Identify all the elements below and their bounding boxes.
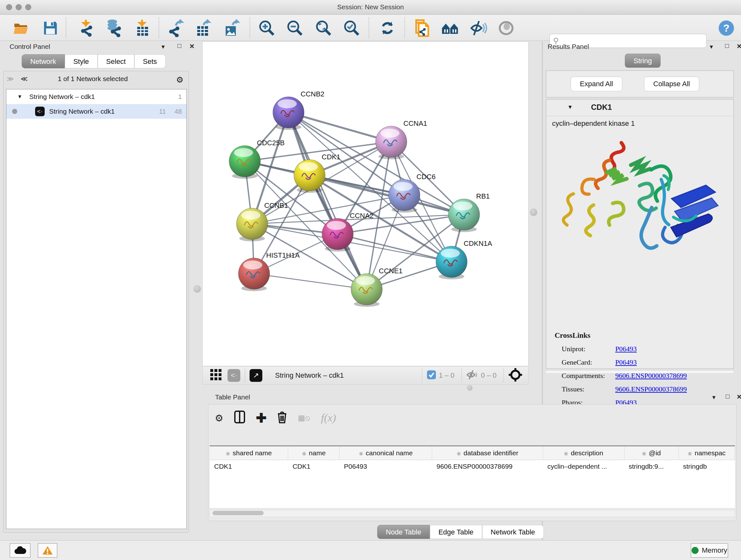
table-cell[interactable]: CDK1 xyxy=(210,460,288,473)
network-node-rb1[interactable]: RB1 xyxy=(448,192,490,232)
save-session-icon[interactable] xyxy=(42,19,59,37)
network-node-ccnb2[interactable]: CCNB2 xyxy=(273,90,325,130)
cloud-button[interactable] xyxy=(10,543,30,558)
memory-button[interactable]: Memory xyxy=(690,543,728,558)
help-icon[interactable]: ? xyxy=(718,19,735,37)
tab-network[interactable]: Network xyxy=(22,54,65,68)
collapse-all-icon[interactable]: ≫ xyxy=(7,75,14,82)
string-import-icon[interactable] xyxy=(413,19,431,37)
table-panel-close-icon[interactable]: ✕ xyxy=(737,393,741,401)
network-node-ccna1[interactable]: CCNA1 xyxy=(376,119,427,159)
results-scroll-strip[interactable] xyxy=(546,370,734,374)
zoom-selected-icon[interactable] xyxy=(343,19,360,37)
import-network-icon[interactable] xyxy=(77,19,95,37)
tab-edge-table[interactable]: Edge Table xyxy=(430,525,482,539)
show-columns-icon[interactable] xyxy=(234,411,245,426)
grid-view-icon[interactable] xyxy=(210,369,222,382)
control-panel-tabs: NetworkStyleSelectSets xyxy=(22,54,165,68)
show-graphics-details-icon[interactable] xyxy=(497,19,515,37)
column-type-icon: ⎈ xyxy=(226,450,230,456)
node-label: CDK1 xyxy=(322,153,340,161)
table-cell[interactable]: stringdb xyxy=(678,460,735,473)
add-column-icon[interactable]: ✚ xyxy=(256,411,267,425)
function-builder-icon: f(x) xyxy=(321,412,336,424)
zoom-out-icon[interactable] xyxy=(286,19,304,37)
detach-view-icon[interactable]: ↗ xyxy=(250,369,262,382)
birdseye-toggle-icon[interactable] xyxy=(509,368,522,383)
network-edge[interactable] xyxy=(254,273,367,289)
control-panel-float-icon[interactable]: ▾ xyxy=(161,43,165,51)
warning-button[interactable] xyxy=(38,543,57,558)
results-panel-maximize-icon[interactable]: □ xyxy=(725,42,729,50)
column-header-name[interactable]: ⎈name xyxy=(288,446,340,460)
network-collection-row[interactable]: ▼ String Network – cdk1 1 xyxy=(6,89,186,104)
export-network-icon[interactable] xyxy=(167,19,185,37)
string-protein-query-icon[interactable] xyxy=(441,19,459,37)
bottom-splitter-grip[interactable] xyxy=(467,385,473,391)
import-network-from-database-icon[interactable] xyxy=(105,19,122,37)
import-table-icon[interactable] xyxy=(134,19,151,37)
tree-expander-icon[interactable]: ▼ xyxy=(17,94,22,100)
genecard-link[interactable]: P06493 xyxy=(615,358,636,367)
expand-all-button[interactable]: Expand All xyxy=(570,77,622,91)
table-hscroll-thumb[interactable] xyxy=(212,511,264,515)
status-bar: Memory xyxy=(0,540,741,560)
hidden-eye-icon[interactable] xyxy=(466,370,478,381)
table-cell[interactable]: stringdb:9... xyxy=(624,460,678,473)
refresh-icon[interactable] xyxy=(379,19,396,37)
zoom-in-icon[interactable] xyxy=(258,19,276,37)
network-row[interactable]: <· String Network – cdk1 11 48 xyxy=(6,104,186,119)
network-node-ccnb1[interactable]: CCNB1 xyxy=(237,201,288,241)
table-panel-maximize-icon[interactable]: □ xyxy=(726,393,730,400)
collapse-all-button[interactable]: Collapse All xyxy=(644,77,699,91)
table-cell[interactable]: 9606.ENSP00000378699 xyxy=(432,460,543,473)
network-node-cdkn1a[interactable]: CDKN1A xyxy=(436,240,492,279)
table-cell[interactable]: CDK1 xyxy=(288,460,340,473)
table-hscrollbar[interactable] xyxy=(210,510,735,517)
tab-sets[interactable]: Sets xyxy=(134,54,165,68)
control-panel-maximize-icon[interactable]: □ xyxy=(178,42,181,50)
tab-network-table[interactable]: Network Table xyxy=(482,525,544,539)
network-canvas[interactable]: CCNB2CCNA1CDC25BCDK1CDC6RB1CCNB1CCNA2CDK… xyxy=(202,42,529,366)
network-overview-icon[interactable]: <· xyxy=(227,369,240,382)
delete-column-icon[interactable] xyxy=(277,411,287,426)
tab-string[interactable]: String xyxy=(625,54,660,68)
export-table-icon[interactable] xyxy=(194,19,212,37)
table-cell[interactable]: P06493 xyxy=(340,460,432,473)
expand-all-icon[interactable]: ≪ xyxy=(21,75,28,82)
network-node-cdc25b[interactable]: CDC25B xyxy=(229,139,285,179)
open-session-icon[interactable] xyxy=(13,19,30,37)
left-splitter-grip[interactable] xyxy=(193,285,201,293)
results-panel-close-icon[interactable]: ✕ xyxy=(737,43,741,50)
tab-select[interactable]: Select xyxy=(98,54,134,68)
node-label: HIST1H1A xyxy=(266,251,300,259)
hide-selected-icon[interactable] xyxy=(469,19,487,37)
table-row[interactable]: CDK1CDK1P064939606.ENSP00000378699cyclin… xyxy=(210,460,735,473)
tab-node-table[interactable]: Node Table xyxy=(377,525,430,539)
network-options-gear-icon[interactable]: ⚙ xyxy=(176,75,184,85)
selected-checkbox-icon[interactable] xyxy=(427,370,436,381)
network-node-cdk1[interactable]: CDK1 xyxy=(294,153,340,193)
entry-expander-icon[interactable]: ▼ xyxy=(567,104,573,111)
column-header-database-identifier[interactable]: ⎈database identifier xyxy=(432,446,543,460)
tab-style[interactable]: Style xyxy=(65,54,98,68)
network-node-hist1h1a[interactable]: HIST1H1A xyxy=(239,251,300,291)
results-panel-float-icon[interactable]: ▾ xyxy=(710,43,713,51)
export-image-icon[interactable] xyxy=(223,19,241,37)
right-splitter-grip[interactable] xyxy=(530,208,537,216)
column-header-description[interactable]: ⎈description xyxy=(543,446,624,460)
node-table[interactable]: ⎈shared name⎈name⎈canonical name⎈databas… xyxy=(210,445,735,508)
zoom-fit-icon[interactable] xyxy=(315,19,333,37)
column-header--id[interactable]: ⎈@id xyxy=(624,446,678,460)
svg-text:?: ? xyxy=(723,22,730,34)
network-edge[interactable] xyxy=(288,112,367,289)
column-header-namespac[interactable]: ⎈namespac xyxy=(678,446,735,460)
table-panel-float-icon[interactable]: ▾ xyxy=(712,393,716,401)
uniprot-link[interactable]: P06493 xyxy=(615,345,636,353)
memory-status-icon xyxy=(691,547,698,554)
control-panel-close-icon[interactable]: ✕ xyxy=(189,43,195,50)
column-header-canonical-name[interactable]: ⎈canonical name xyxy=(340,446,432,460)
table-cell[interactable]: cyclin–dependent ... xyxy=(543,460,624,473)
table-settings-gear-icon[interactable]: ⚙ xyxy=(215,413,223,424)
column-header-shared-name[interactable]: ⎈shared name xyxy=(210,446,288,460)
